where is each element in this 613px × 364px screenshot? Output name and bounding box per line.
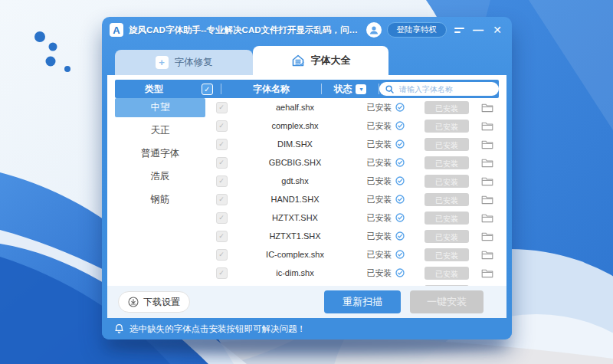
category-item-1[interactable]: 天正 [115, 121, 205, 140]
table-header: 类型 ✓ 字体名称 状态 ▼ [115, 80, 499, 98]
font-table-row: ✓ aehalf.shx 已安装 已安装 [205, 98, 499, 116]
row-checkbox[interactable]: ✓ [216, 249, 228, 261]
open-folder-icon[interactable] [475, 139, 499, 149]
installed-check-icon [395, 139, 405, 149]
row-checkbox[interactable]: ✓ [216, 102, 228, 113]
open-folder-icon[interactable] [475, 176, 499, 186]
open-folder-icon[interactable] [475, 231, 499, 241]
row-checkbox[interactable]: ✓ [216, 175, 228, 187]
category-item-2[interactable]: 普通字体 [115, 144, 205, 163]
status-text: 已安装 [367, 212, 392, 224]
hamburger-icon [454, 28, 464, 33]
row-install-button[interactable]: 已安装 [425, 175, 469, 188]
status-filter-dropdown[interactable]: ▼ [356, 84, 366, 94]
font-name: HZTXT1.SHX [238, 231, 352, 241]
row-install-button[interactable]: 已安装 [425, 120, 469, 133]
search-input[interactable] [398, 84, 493, 94]
close-button[interactable]: ✕ [490, 23, 504, 37]
window-title: 旋风CAD字体助手--专业解决CAD文件打开显示乱码，问号或者图层不显示问题 [129, 25, 361, 36]
download-settings-button[interactable]: 下载设置 [118, 291, 190, 313]
installed-check-icon [395, 268, 405, 277]
installed-check-icon [395, 103, 405, 112]
row-checkbox[interactable]: ✓ [216, 212, 228, 224]
column-status-header: 状态 [333, 83, 352, 96]
font-name: HAND1.SHX [238, 195, 352, 204]
login-button[interactable]: 登陆享特权 [387, 22, 447, 38]
open-folder-icon[interactable] [475, 213, 499, 223]
tab-font-library-label: 字体大全 [311, 54, 351, 67]
row-checkbox[interactable]: ✓ [216, 157, 228, 169]
row-install-button[interactable]: 已安装 [425, 267, 469, 280]
font-table-row: ✓ HZTXT.SHX 已安装 已安装 [205, 208, 499, 227]
installed-check-icon [395, 231, 405, 241]
font-name: aehalf.shx [238, 103, 352, 112]
installed-check-icon [395, 213, 405, 222]
font-name: GBCBIG.SHX [238, 158, 352, 167]
table-body: 中望天正普通字体浩辰钢筋 ✓ aehalf.shx 已安装 已安装 ✓ comp… [107, 98, 506, 286]
tab-strip: + 字体修复 字体大全 [102, 43, 512, 75]
status-text: 已安装 [367, 102, 392, 113]
font-name: HZTXT.SHX [238, 213, 352, 222]
column-name-header: 字体名称 [221, 83, 321, 96]
installed-check-icon [395, 121, 405, 130]
status-text: 已安装 [367, 175, 392, 187]
rescan-button[interactable]: 重新扫描 [324, 290, 401, 313]
row-checkbox[interactable]: ✓ [216, 139, 228, 150]
row-install-button[interactable]: 已安装 [425, 156, 469, 169]
font-row-list: ✓ aehalf.shx 已安装 已安装 ✓ complex.shx 已安装 [205, 98, 499, 286]
installed-check-icon [395, 158, 405, 167]
column-type-header: 类型 [115, 83, 193, 96]
row-install-button[interactable]: 已安装 [425, 138, 469, 151]
status-message: 选中缺失的字体点击安装按钮即可解决问题！ [129, 323, 306, 335]
open-folder-icon[interactable] [475, 121, 499, 131]
font-library-icon [291, 54, 305, 67]
font-table-row: ✓ ic-dim.shx 已安装 已安装 [205, 264, 499, 282]
font-name: ic-dim.shx [238, 268, 352, 277]
repair-kit-icon: + [156, 56, 169, 69]
tab-font-repair[interactable]: + 字体修复 [115, 50, 253, 75]
font-table-row: ✓ GBCBIG.SHX 已安装 已安装 [205, 153, 499, 172]
open-folder-icon[interactable] [475, 158, 499, 168]
font-table-row: ✓ DIM.SHX 已安装 已安装 [205, 135, 499, 153]
download-settings-label: 下载设置 [143, 296, 180, 309]
app-logo-icon: A [110, 23, 123, 37]
font-name: DIM.SHX [238, 139, 352, 149]
font-search-box[interactable] [379, 82, 499, 96]
user-avatar-icon[interactable] [366, 22, 382, 38]
open-folder-icon[interactable] [475, 195, 499, 205]
status-text: 已安装 [367, 194, 392, 205]
titlebar: A 旋风CAD字体助手--专业解决CAD文件打开显示乱码，问号或者图层不显示问题… [102, 17, 512, 43]
open-folder-icon[interactable] [475, 268, 499, 278]
row-install-button[interactable]: 已安装 [425, 212, 469, 225]
category-item-3[interactable]: 浩辰 [115, 167, 205, 186]
category-item-4[interactable]: 钢筋 [115, 190, 205, 209]
font-table-row: ✓ HZTXT1.SHX 已安装 已安装 [205, 227, 499, 245]
row-install-button[interactable]: 已安装 [425, 230, 469, 243]
row-install-button[interactable]: 已安装 [425, 248, 469, 261]
font-name: gdt.shx [238, 176, 352, 185]
open-folder-icon[interactable] [475, 250, 499, 260]
row-checkbox[interactable]: ✓ [216, 231, 228, 242]
search-icon [385, 85, 394, 93]
download-icon [128, 297, 139, 307]
select-all-checkbox[interactable]: ✓ [202, 84, 213, 95]
row-install-button[interactable]: 已安装 [425, 101, 469, 114]
category-list: 中望天正普通字体浩辰钢筋 [115, 98, 205, 286]
installed-check-icon [395, 250, 405, 259]
minimize-button[interactable]: — [471, 23, 485, 37]
row-checkbox[interactable]: ✓ [216, 267, 228, 279]
install-all-button[interactable]: 一键安装 [410, 290, 484, 313]
category-item-0[interactable]: 中望 [115, 98, 205, 117]
row-checkbox[interactable]: ✓ [216, 120, 228, 132]
menu-button[interactable] [452, 23, 466, 37]
status-text: 已安装 [367, 231, 392, 242]
row-checkbox[interactable]: ✓ [216, 194, 228, 205]
status-text: 已安装 [367, 120, 392, 132]
installed-check-icon [395, 176, 405, 185]
open-folder-icon[interactable] [475, 103, 499, 113]
status-text: 已安装 [367, 267, 392, 279]
row-install-button[interactable]: 已安装 [425, 193, 469, 206]
font-table-row: ✓ gdt.shx 已安装 已安装 [205, 172, 499, 190]
tab-font-library[interactable]: 字体大全 [253, 46, 388, 75]
font-table-row: ✓ HAND1.SHX 已安装 已安装 [205, 190, 499, 208]
